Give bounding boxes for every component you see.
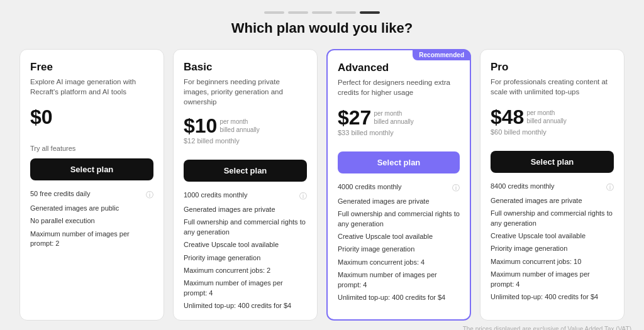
progress-step-5 <box>360 11 380 14</box>
feature-text: Maximum number of images per prompt: 4 <box>338 270 460 290</box>
feature-text: Priority image generation <box>491 244 567 253</box>
feature-item: Creative Upscale tool available <box>184 240 307 250</box>
feature-text: Maximum number of images per prompt: 4 <box>184 278 307 298</box>
progress-step-3 <box>312 11 332 14</box>
price-per-month: per month <box>219 118 259 126</box>
feature-text: Maximum number of images per prompt: 2 <box>30 229 153 249</box>
feature-item: Priority image generation <box>491 244 614 253</box>
plan-name: Pro <box>491 61 614 74</box>
price-secondary: $12 billed monthly <box>184 137 307 147</box>
feature-item: Generated images are private <box>184 205 307 214</box>
feature-item: Priority image generation <box>338 245 460 254</box>
plan-description: Explore AI image generation with Recraft… <box>30 77 153 98</box>
price-row: $10 per month billed annually <box>184 116 307 136</box>
feature-text: Full ownership and commercial rights to … <box>184 217 307 237</box>
select-plan-button[interactable]: Select plan <box>184 160 307 182</box>
plan-card-advanced: Recommended Advanced Perfect for designe… <box>326 49 471 321</box>
plan-card-free: Free Explore AI image generation with Re… <box>19 49 164 321</box>
price-meta: per month billed annually <box>219 118 259 134</box>
price-amount: $27 <box>338 107 371 128</box>
plan-description: For beginners needing private images, pr… <box>184 77 307 107</box>
feature-item: Maximum number of images per prompt: 4 <box>491 270 614 289</box>
progress-bar <box>264 11 380 14</box>
feature-item: No parallel execution <box>30 216 153 226</box>
features-list: 4000 credits monthly ⓘ Generated images … <box>338 182 460 302</box>
price-billed-annually: billed annually <box>219 126 259 134</box>
features-list: 8400 credits monthly ⓘ Generated images … <box>491 182 614 302</box>
price-billed-annually: billed annually <box>526 117 566 125</box>
price-amount: $10 <box>184 116 217 136</box>
price-meta: per month billed annually <box>374 109 413 126</box>
feature-text: Generated images are private <box>491 196 582 206</box>
feature-text: Priority image generation <box>338 245 414 254</box>
select-plan-button[interactable]: Select plan <box>338 151 460 173</box>
feature-text: Maximum concurrent jobs: 10 <box>491 257 581 267</box>
recommended-badge: Recommended <box>413 50 470 60</box>
progress-step-2 <box>288 11 308 14</box>
try-label: Try all features <box>30 145 153 152</box>
feature-item: Generated images are private <box>338 197 460 206</box>
plan-card-pro: Pro For professionals creating content a… <box>480 49 625 321</box>
feature-item: Maximum number of images per prompt: 4 <box>184 278 307 298</box>
feature-text: Generated images are private <box>338 197 430 206</box>
price-secondary: $60 billed monthly <box>491 128 614 138</box>
feature-text: Creative Upscale tool available <box>491 231 586 241</box>
vat-note: The prices displayed are exclusive of Va… <box>0 321 644 330</box>
page-title: Which plan would you like? <box>231 20 413 36</box>
feature-text: 1000 credits monthly <box>184 190 248 200</box>
feature-item: Unlimited top-up: 400 credits for $4 <box>491 292 614 302</box>
feature-item: Generated images are public <box>30 204 153 213</box>
feature-item: Full ownership and commercial rights to … <box>491 209 614 228</box>
plans-container: Free Explore AI image generation with Re… <box>0 49 644 321</box>
feature-item: Full ownership and commercial rights to … <box>184 217 307 237</box>
feature-item: Creative Upscale tool available <box>491 231 614 241</box>
feature-item: Maximum concurrent jobs: 10 <box>491 257 614 267</box>
feature-text: No parallel execution <box>30 216 95 226</box>
feature-text: Unlimited top-up: 400 credits for $4 <box>491 292 598 302</box>
info-icon: ⓘ <box>146 190 153 201</box>
feature-item: 8400 credits monthly ⓘ <box>491 182 614 193</box>
feature-text: Full ownership and commercial rights to … <box>491 209 614 228</box>
plan-name: Basic <box>184 61 307 74</box>
price-per-month: per month <box>526 109 566 117</box>
feature-item: Full ownership and commercial rights to … <box>338 209 460 229</box>
progress-step-1 <box>264 11 284 14</box>
select-plan-button[interactable]: Select plan <box>491 151 614 173</box>
feature-text: Maximum concurrent jobs: 2 <box>184 266 270 275</box>
price-amount: $0 <box>30 107 53 127</box>
feature-text: Priority image generation <box>184 253 260 263</box>
feature-text: 8400 credits monthly <box>491 182 555 191</box>
info-icon: ⓘ <box>299 191 307 202</box>
info-icon: ⓘ <box>606 182 614 193</box>
feature-text: Generated images are public <box>30 204 119 213</box>
plan-name: Free <box>30 61 153 74</box>
feature-item: Priority image generation <box>184 253 307 263</box>
feature-text: Creative Upscale tool available <box>338 232 433 241</box>
feature-text: Creative Upscale tool available <box>184 240 279 250</box>
feature-item: Generated images are private <box>491 196 614 206</box>
feature-text: Maximum concurrent jobs: 4 <box>338 258 425 267</box>
feature-text: Generated images are private <box>184 205 275 214</box>
plan-card-basic: Basic For beginners needing private imag… <box>173 49 318 321</box>
plan-description: For professionals creating content at sc… <box>491 77 614 98</box>
price-secondary: $33 billed monthly <box>338 129 460 139</box>
feature-item: Unlimited top-up: 400 credits for $4 <box>184 301 307 311</box>
feature-text: Maximum number of images per prompt: 4 <box>491 270 614 289</box>
feature-item: Unlimited top-up: 400 credits for $4 <box>338 293 460 302</box>
select-plan-button[interactable]: Select plan <box>30 158 153 180</box>
feature-item: Creative Upscale tool available <box>338 232 460 241</box>
feature-text: Unlimited top-up: 400 credits for $4 <box>184 301 291 311</box>
price-meta: per month billed annually <box>526 109 566 125</box>
price-row: $27 per month billed annually <box>338 107 460 128</box>
info-icon: ⓘ <box>452 183 460 194</box>
price-per-month: per month <box>374 109 413 118</box>
feature-item: 50 free credits daily ⓘ <box>30 189 153 201</box>
plan-name: Advanced <box>338 62 460 74</box>
feature-item: 1000 credits monthly ⓘ <box>184 190 307 202</box>
feature-item: Maximum number of images per prompt: 2 <box>30 229 153 249</box>
feature-item: Maximum concurrent jobs: 4 <box>338 258 460 267</box>
price-row: $48 per month billed annually <box>491 107 614 127</box>
plan-description: Perfect for designers needing extra cred… <box>338 77 460 99</box>
feature-text: 4000 credits monthly <box>338 182 402 192</box>
price-amount: $48 <box>491 107 524 127</box>
